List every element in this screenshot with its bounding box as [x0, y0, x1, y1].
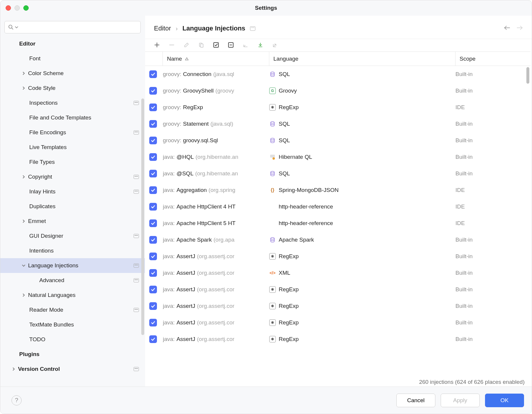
col-scope[interactable]: Scope: [455, 52, 531, 66]
table-row[interactable]: java: AssertJ (org.assertj.cor</>XMLBuil…: [145, 265, 531, 281]
chevron-right-icon[interactable]: [21, 175, 26, 179]
sidebar-item[interactable]: Color Scheme: [0, 66, 145, 81]
help-button[interactable]: ?: [12, 395, 22, 405]
import-icon[interactable]: [242, 41, 249, 48]
table-row[interactable]: java: AssertJ (org.assertj.cor✱RegExpBui…: [145, 298, 531, 314]
row-checkbox[interactable]: [149, 120, 157, 128]
sidebar-item[interactable]: Copyright: [0, 169, 145, 184]
row-checkbox[interactable]: [149, 319, 157, 326]
add-icon[interactable]: [153, 41, 160, 48]
row-title: Apache Spark: [176, 237, 212, 243]
chevron-right-icon[interactable]: [21, 72, 26, 75]
row-checkbox[interactable]: [149, 70, 157, 78]
export-icon[interactable]: [257, 41, 264, 48]
sidebar-item[interactable]: Intentions: [0, 243, 145, 258]
row-language: SQL: [269, 137, 455, 144]
ok-button[interactable]: OK: [485, 394, 524, 407]
table-row[interactable]: groovy: groovy.sql.SqlSQLBuilt-in: [145, 132, 531, 149]
row-checkbox[interactable]: [149, 219, 157, 227]
row-checkbox[interactable]: [149, 203, 157, 211]
table-row[interactable]: groovy: GroovyShell (groovyGGroovyBuilt-…: [145, 83, 531, 99]
table-row[interactable]: java: AssertJ (org.assertj.cor✱RegExpBui…: [145, 314, 531, 331]
edit-icon[interactable]: [183, 41, 190, 48]
row-checkbox[interactable]: [149, 286, 157, 293]
col-name[interactable]: Name: [163, 52, 269, 66]
breadcrumb-parent[interactable]: Editor: [154, 25, 171, 32]
close-window-button[interactable]: [6, 5, 11, 11]
table-row[interactable]: java: @SQL (org.hibernate.anSQLBuilt-in: [145, 165, 531, 182]
sidebar-item[interactable]: Advanced: [0, 273, 145, 288]
col-checkbox[interactable]: [145, 52, 163, 66]
table-row[interactable]: java: Apache HttpClient 5 HThttp-header-…: [145, 215, 531, 232]
row-scope: Built-in: [455, 270, 531, 276]
table-row[interactable]: groovy: Statement (java.sql)SQLBuilt-in: [145, 116, 531, 132]
sidebar-scrollbar[interactable]: [141, 98, 144, 335]
row-checkbox[interactable]: [149, 186, 157, 194]
row-language: SQL: [269, 71, 455, 77]
table-row[interactable]: java: AssertJ (org.assertj.cor✱RegExpBui…: [145, 248, 531, 265]
sidebar-item[interactable]: Reader Mode: [0, 303, 145, 317]
chevron-right-icon[interactable]: [21, 293, 26, 297]
table-row[interactable]: java: @HQL (org.hibernate.anHibernate QL…: [145, 149, 531, 165]
sidebar-item[interactable]: Natural Languages: [0, 288, 145, 303]
row-checkbox[interactable]: [149, 253, 157, 260]
regexp-icon: ✱: [269, 286, 276, 293]
sidebar-item[interactable]: Inspections: [0, 96, 145, 110]
row-checkbox[interactable]: [149, 236, 157, 244]
col-language[interactable]: Language: [269, 52, 455, 66]
sidebar-item[interactable]: Live Templates: [0, 140, 145, 155]
sidebar-item[interactable]: Editor: [0, 36, 145, 51]
sidebar-item[interactable]: Duplicates: [0, 199, 145, 214]
forward-icon[interactable]: [516, 25, 523, 32]
sidebar-item[interactable]: Version Control: [0, 362, 145, 376]
row-extra: (org.spring: [209, 187, 236, 193]
table-scrollbar[interactable]: [526, 67, 529, 84]
table-row[interactable]: groovy: RegExp✱RegExpIDE: [145, 99, 531, 116]
row-checkbox[interactable]: [149, 104, 157, 111]
sidebar-item[interactable]: Emmet: [0, 214, 145, 229]
table-row[interactable]: java: Aggregation (org.spring{}Spring-Mo…: [145, 182, 531, 198]
back-icon[interactable]: [504, 25, 510, 32]
sidebar-item[interactable]: GUI Designer: [0, 229, 145, 243]
row-checkbox[interactable]: [149, 153, 157, 161]
row-checkbox[interactable]: [149, 137, 157, 144]
sidebar-item[interactable]: File Types: [0, 155, 145, 169]
row-extra: (java.sql): [210, 121, 233, 127]
table-row[interactable]: java: Apache HttpClient 4 HThttp-header-…: [145, 198, 531, 215]
sidebar-item[interactable]: TextMate Bundles: [0, 317, 145, 332]
minus-square-icon[interactable]: [227, 41, 234, 48]
sidebar-item[interactable]: Plugins: [0, 347, 145, 362]
row-checkbox[interactable]: [149, 335, 157, 343]
row-checkbox[interactable]: [149, 269, 157, 277]
sidebar-item[interactable]: Inlay Hints: [0, 184, 145, 199]
remove-icon[interactable]: [168, 41, 175, 48]
sidebar-item[interactable]: File Encodings: [0, 125, 145, 140]
copy-icon[interactable]: [198, 41, 205, 48]
table-row[interactable]: groovy: Connection (java.sqlSQLBuilt-in: [145, 66, 531, 83]
sidebar-item[interactable]: Language Injections: [0, 258, 145, 273]
row-checkbox[interactable]: [149, 170, 157, 177]
svg-rect-6: [200, 44, 203, 47]
row-checkbox[interactable]: [149, 87, 157, 95]
search-input[interactable]: [4, 21, 141, 33]
apply-button[interactable]: Apply: [441, 394, 480, 407]
chevron-right-icon[interactable]: [21, 86, 26, 90]
row-checkbox-cell: [149, 302, 163, 310]
chevron-right-icon[interactable]: [11, 367, 16, 371]
check-square-icon[interactable]: [213, 41, 220, 48]
share-icon[interactable]: [272, 41, 279, 48]
table-row[interactable]: java: AssertJ (org.assertj.cor✱RegExpBui…: [145, 331, 531, 347]
sidebar-item[interactable]: Code Style: [0, 81, 145, 96]
chevron-down-icon[interactable]: [21, 264, 26, 267]
table-row[interactable]: java: AssertJ (org.assertj.cor✱RegExpBui…: [145, 281, 531, 298]
table-row[interactable]: java: Apache Spark (org.apaApache SparkB…: [145, 232, 531, 248]
svg-point-14: [273, 157, 275, 160]
row-checkbox[interactable]: [149, 302, 157, 310]
chevron-right-icon[interactable]: [21, 219, 26, 223]
sidebar-item[interactable]: Font: [0, 51, 145, 66]
cancel-button[interactable]: Cancel: [396, 394, 435, 407]
sidebar-item[interactable]: TODO: [0, 332, 145, 347]
sidebar-item[interactable]: File and Code Templates: [0, 110, 145, 125]
minimize-window-button[interactable]: [14, 5, 20, 11]
maximize-window-button[interactable]: [23, 5, 29, 11]
